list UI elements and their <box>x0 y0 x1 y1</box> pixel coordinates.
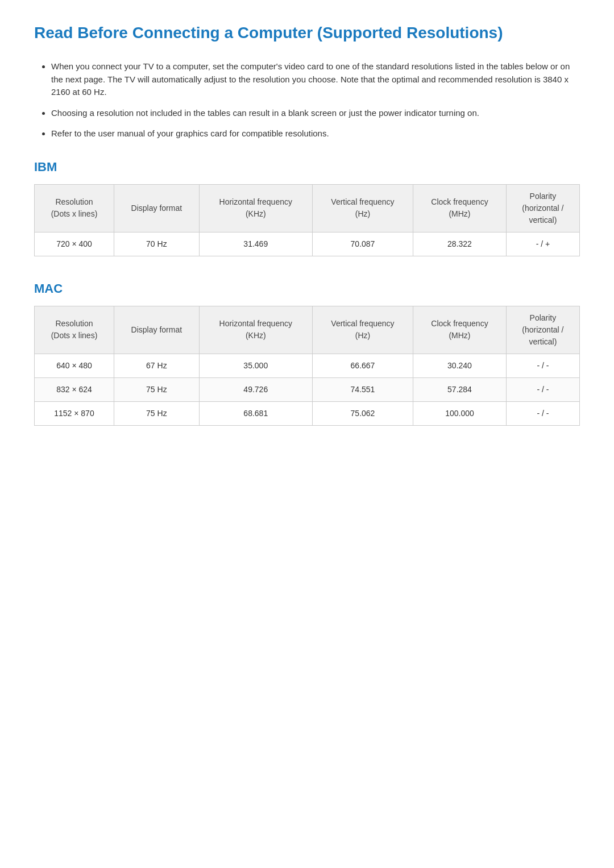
cell-display-format: 67 Hz <box>114 354 199 377</box>
cell-display-format: 75 Hz <box>114 401 199 425</box>
intro-bullet-3: Refer to the user manual of your graphic… <box>51 127 580 140</box>
table-row: 1152 × 870 75 Hz 68.681 75.062 100.000 -… <box>35 401 580 425</box>
cell-polarity: - / - <box>506 354 579 377</box>
cell-h-freq: 49.726 <box>199 377 312 401</box>
page-title: Read Before Connecting a Computer (Suppo… <box>34 23 580 43</box>
cell-resolution: 720 × 400 <box>35 232 114 256</box>
mac-table-header-row: Resolution(Dots x lines) Display format … <box>35 306 580 354</box>
table-row: 832 × 624 75 Hz 49.726 74.551 57.284 - /… <box>35 377 580 401</box>
cell-polarity: - / - <box>506 401 579 425</box>
ibm-section-title: IBM <box>34 157 580 176</box>
cell-polarity: - / + <box>506 232 579 256</box>
mac-col-clock: Clock frequency(MHz) <box>413 306 507 354</box>
mac-col-display-format: Display format <box>114 306 199 354</box>
cell-h-freq: 31.469 <box>199 232 312 256</box>
cell-polarity: - / - <box>506 377 579 401</box>
mac-section: MAC Resolution(Dots x lines) Display for… <box>34 279 580 426</box>
mac-col-h-freq: Horizontal frequency(KHz) <box>199 306 312 354</box>
ibm-section: IBM Resolution(Dots x lines) Display for… <box>34 157 580 256</box>
cell-resolution: 832 × 624 <box>35 377 114 401</box>
cell-clock: 57.284 <box>413 377 507 401</box>
cell-v-freq: 70.087 <box>312 232 413 256</box>
cell-clock: 100.000 <box>413 401 507 425</box>
ibm-table-header-row: Resolution(Dots x lines) Display format … <box>35 184 580 232</box>
intro-list: When you connect your TV to a computer, … <box>34 60 580 140</box>
ibm-col-resolution: Resolution(Dots x lines) <box>35 184 114 232</box>
cell-display-format: 70 Hz <box>114 232 199 256</box>
mac-section-title: MAC <box>34 279 580 298</box>
ibm-col-h-freq: Horizontal frequency(KHz) <box>199 184 312 232</box>
ibm-col-clock: Clock frequency(MHz) <box>413 184 507 232</box>
intro-bullet-1: When you connect your TV to a computer, … <box>51 60 580 99</box>
mac-col-polarity: Polarity(horizontal /vertical) <box>506 306 579 354</box>
mac-table: Resolution(Dots x lines) Display format … <box>34 306 580 426</box>
ibm-col-polarity: Polarity(horizontal /vertical) <box>506 184 579 232</box>
cell-v-freq: 75.062 <box>312 401 413 425</box>
table-row: 640 × 480 67 Hz 35.000 66.667 30.240 - /… <box>35 354 580 377</box>
cell-resolution: 1152 × 870 <box>35 401 114 425</box>
cell-v-freq: 66.667 <box>312 354 413 377</box>
cell-resolution: 640 × 480 <box>35 354 114 377</box>
mac-col-v-freq: Vertical frequency(Hz) <box>312 306 413 354</box>
cell-h-freq: 35.000 <box>199 354 312 377</box>
table-row: 720 × 400 70 Hz 31.469 70.087 28.322 - /… <box>35 232 580 256</box>
cell-v-freq: 74.551 <box>312 377 413 401</box>
cell-h-freq: 68.681 <box>199 401 312 425</box>
cell-display-format: 75 Hz <box>114 377 199 401</box>
ibm-col-v-freq: Vertical frequency(Hz) <box>312 184 413 232</box>
mac-col-resolution: Resolution(Dots x lines) <box>35 306 114 354</box>
ibm-col-display-format: Display format <box>114 184 199 232</box>
ibm-table: Resolution(Dots x lines) Display format … <box>34 184 580 256</box>
cell-clock: 30.240 <box>413 354 507 377</box>
intro-bullet-2: Choosing a resolution not included in th… <box>51 107 580 120</box>
cell-clock: 28.322 <box>413 232 507 256</box>
